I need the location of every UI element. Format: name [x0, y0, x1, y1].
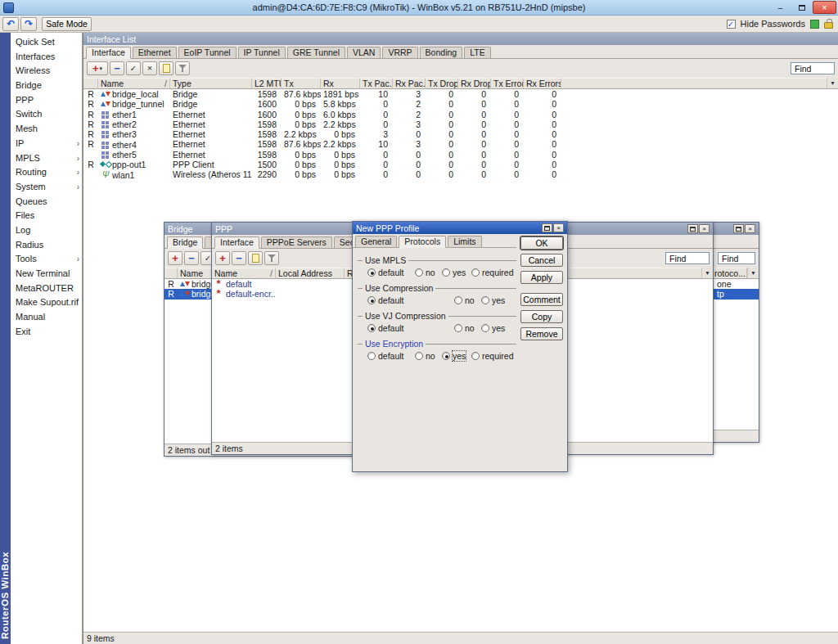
sidebar-item[interactable]: Interfaces ›: [11, 50, 82, 65]
sidebar-item[interactable]: Quick Set ›: [11, 35, 82, 50]
dialog-button[interactable]: Apply: [520, 271, 563, 284]
remove-button[interactable]: −: [184, 251, 199, 265]
sidebar-item[interactable]: Log ›: [11, 223, 82, 238]
interface-list-titlebar[interactable]: Interface List: [83, 33, 838, 45]
interface-row[interactable]: R bridge_local Bridge 1598 87.6 kbps 189…: [83, 89, 838, 99]
sidebar-item[interactable]: System ›: [11, 180, 82, 195]
radio-option[interactable]: yes: [481, 323, 505, 333]
sidebar-item[interactable]: Switch ›: [11, 107, 82, 122]
interface-row[interactable]: R ether1 Ethernet 1600 0 bps 6.0 kbps 0 …: [83, 110, 838, 119]
tab[interactable]: VLAN: [347, 47, 381, 58]
interface-row[interactable]: R ether3 Ethernet 1598 2.2 kbps 0 bps 3 …: [83, 129, 838, 139]
find-box[interactable]: Find: [665, 252, 710, 264]
close-button[interactable]: ×: [813, 1, 836, 14]
disable-button[interactable]: ×: [142, 61, 157, 75]
radio-option[interactable]: default: [367, 323, 454, 333]
rx-packet-column-header[interactable]: Rx Pac...: [393, 78, 426, 89]
radio-option[interactable]: yes: [442, 351, 471, 361]
add-button[interactable]: +: [168, 251, 182, 265]
interface-row[interactable]: ether5 Ethernet 1598 0 bps 0 bps 0 0 0 0…: [83, 150, 838, 160]
close-button[interactable]: ×: [745, 224, 755, 233]
safe-mode-button[interactable]: Safe Mode: [42, 17, 92, 31]
comment-button[interactable]: [248, 251, 263, 265]
tab[interactable]: VRRP: [382, 47, 417, 58]
sidebar-item[interactable]: Tools ›: [11, 252, 82, 267]
dialog-button[interactable]: Copy: [520, 310, 563, 323]
tab[interactable]: Bridge: [167, 236, 203, 249]
enable-button[interactable]: ✓: [126, 61, 141, 75]
radio-option[interactable]: default: [367, 351, 415, 361]
tab[interactable]: IP Tunnel: [238, 47, 286, 58]
radio-option[interactable]: no: [415, 351, 442, 361]
sidebar-item[interactable]: MetaROUTER ›: [11, 281, 82, 296]
close-button[interactable]: ×: [699, 224, 710, 233]
name-column-header[interactable]: Name/: [212, 268, 276, 279]
minimize-button[interactable]: –: [770, 1, 791, 14]
sidebar-item[interactable]: Mesh ›: [11, 122, 82, 137]
radio-option[interactable]: no: [454, 295, 481, 305]
interface-row[interactable]: R ether2 Ethernet 1598 0 bps 2.2 kbps 0 …: [83, 119, 838, 129]
radio-option[interactable]: yes: [481, 295, 505, 305]
add-button[interactable]: +▾: [87, 61, 108, 75]
sidebar-item[interactable]: Exit ›: [11, 325, 82, 340]
flag-column-header[interactable]: [164, 268, 178, 279]
tx-errors-column-header[interactable]: Tx Errors: [491, 78, 524, 89]
sidebar-item[interactable]: IP ›: [11, 137, 82, 151]
rx-column-header[interactable]: Rx: [321, 78, 360, 89]
undo-button[interactable]: ↶: [2, 17, 19, 31]
interface-row[interactable]: wlan1 Wireless (Atheros 11N) 2290 0 bps …: [83, 169, 838, 179]
find-box[interactable]: Find: [718, 252, 755, 264]
sidebar-item[interactable]: Radius ›: [11, 238, 82, 253]
column-chooser-button[interactable]: ▼: [827, 78, 838, 89]
interface-row[interactable]: R bridge_tunnel Bridge 1600 0 bps 5.8 kb…: [83, 99, 838, 109]
name-column-header[interactable]: Name/: [98, 78, 170, 89]
protocol-column-header[interactable]: rotoco...: [708, 268, 747, 279]
dialog-button[interactable]: OK: [520, 236, 563, 250]
l2mtu-column-header[interactable]: L2 MTU: [252, 78, 282, 89]
tab[interactable]: Protocols: [399, 236, 446, 248]
sidebar-item[interactable]: Wireless ›: [11, 64, 82, 79]
sidebar-item[interactable]: Queues ›: [11, 195, 82, 209]
sidebar-item[interactable]: Routing ›: [11, 165, 82, 180]
radio-option[interactable]: no: [415, 268, 442, 277]
remove-button[interactable]: −: [232, 251, 246, 265]
radio-option[interactable]: yes: [442, 268, 471, 277]
tx-column-header[interactable]: Tx: [282, 78, 321, 89]
sidebar-item[interactable]: Manual ›: [11, 310, 82, 325]
radio-option[interactable]: required: [471, 351, 514, 361]
flag-column-header[interactable]: [83, 78, 98, 89]
sidebar-item[interactable]: New Terminal ›: [11, 267, 82, 281]
dialog-titlebar[interactable]: New PPP Profile ×: [353, 222, 567, 234]
local-address-column-header[interactable]: Local Address: [276, 268, 345, 279]
tab[interactable]: EoIP Tunnel: [178, 47, 237, 58]
rx-drops-column-header[interactable]: Rx Drops: [458, 78, 491, 89]
rollup-button[interactable]: [733, 224, 744, 233]
column-chooser-button[interactable]: ▼: [701, 268, 713, 279]
filter-button[interactable]: [175, 61, 190, 75]
dialog-button[interactable]: Comment: [520, 293, 563, 306]
filter-button[interactable]: [264, 251, 279, 265]
sidebar-item[interactable]: MPLS ›: [11, 151, 82, 166]
tab[interactable]: General: [355, 236, 397, 247]
hide-passwords-checkbox[interactable]: ✓: [727, 20, 736, 29]
comment-button[interactable]: [159, 61, 173, 75]
tab[interactable]: Interface: [214, 236, 259, 249]
sidebar-item[interactable]: Make Supout.rif ›: [11, 295, 82, 310]
tab[interactable]: Limits: [448, 236, 481, 247]
radio-option[interactable]: default: [367, 268, 415, 277]
redo-button[interactable]: ↷: [20, 17, 37, 31]
type-column-header[interactable]: Type: [170, 78, 252, 89]
find-box[interactable]: Find: [791, 62, 835, 74]
dialog-button[interactable]: Cancel: [520, 254, 563, 267]
rx-errors-column-header[interactable]: Rx Errors: [524, 78, 561, 89]
tx-packet-column-header[interactable]: Tx Pac...: [360, 78, 393, 89]
column-chooser-button[interactable]: ▼: [747, 268, 759, 279]
tab[interactable]: Ethernet: [133, 47, 177, 58]
close-button[interactable]: ×: [553, 223, 564, 232]
tab[interactable]: PPPoE Servers: [261, 236, 332, 248]
add-button[interactable]: +: [215, 251, 230, 265]
rollup-button[interactable]: [687, 224, 698, 233]
radio-option[interactable]: default: [367, 295, 454, 305]
sidebar-item[interactable]: Bridge ›: [11, 79, 82, 93]
tab[interactable]: LTE: [464, 47, 490, 58]
